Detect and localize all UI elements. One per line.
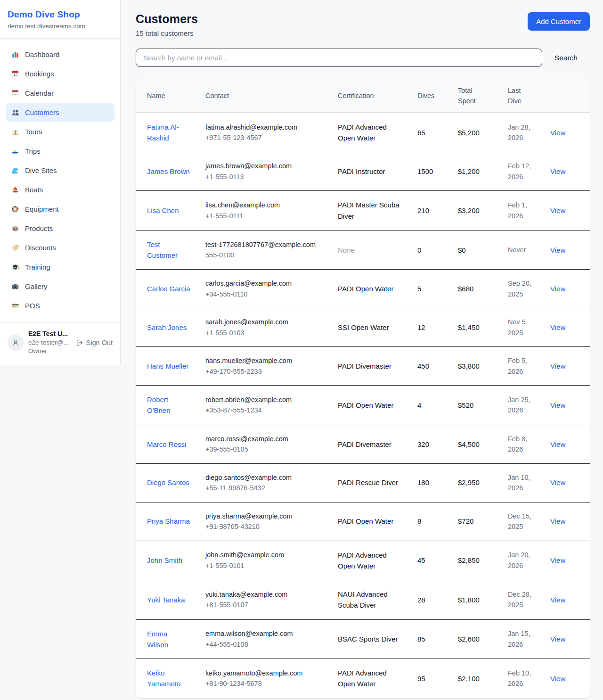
table-row: Lisa Chen lisa.chen@example.com +1-555-0… [136, 191, 590, 231]
customer-email: emma.wilson@example.com [205, 628, 323, 639]
table-row: Sarah Jones sarah.jones@example.com +1-5… [136, 308, 590, 347]
search-button[interactable]: Search [542, 54, 590, 62]
customer-last-dive: Jan 10, 2026 [508, 474, 530, 492]
table-row: John Smith john.smith@example.com +1-555… [136, 541, 590, 580]
view-customer-link[interactable]: View [550, 596, 565, 604]
search-input[interactable] [136, 49, 542, 67]
view-customer-link[interactable]: View [550, 246, 565, 254]
bar-chart-icon [11, 50, 19, 58]
sidebar-item-dashboard[interactable]: Dashboard [6, 45, 114, 64]
add-customer-button[interactable]: Add Customer [528, 12, 590, 31]
person-icon [11, 338, 20, 347]
customer-name-link[interactable]: Emma Wilson [147, 630, 168, 649]
sign-out-label: Sign Out [86, 339, 113, 346]
view-customer-link[interactable]: View [550, 440, 565, 448]
customer-total-spent: $1,800 [458, 596, 480, 604]
view-customer-link[interactable]: View [550, 635, 565, 643]
customer-name-link[interactable]: Sarah Jones [147, 323, 187, 331]
customer-certification: SSI Open Water [338, 323, 389, 331]
customer-total-spent: $2,850 [458, 556, 480, 564]
table-row: Yuki Tanaka yuki.tanaka@example.com +81-… [136, 580, 590, 620]
sidebar-item-calendar[interactable]: Calendar [6, 84, 114, 102]
sidebar-item-trips[interactable]: Trips [6, 142, 114, 160]
user-box: E2E Test U... e2e-tester@... Owner Sign … [0, 322, 120, 365]
customer-total-spent: $2,600 [458, 635, 480, 643]
view-customer-link[interactable]: View [550, 401, 565, 409]
customer-total-spent: $2,950 [458, 478, 480, 486]
sidebar-item-gallery[interactable]: Gallery [6, 277, 114, 296]
customer-total-spent: $4,500 [458, 440, 480, 448]
sidebar-item-label: Bookings [25, 70, 54, 78]
view-customer-link[interactable]: View [550, 167, 565, 175]
customer-name-link[interactable]: Keiko Yamamoto [147, 669, 180, 688]
sidebar-item-pos[interactable]: POS [6, 296, 114, 315]
customer-name-link[interactable]: John Smith [147, 556, 182, 564]
customer-name-link[interactable]: Robert O'Brien [147, 395, 171, 414]
logout-icon [76, 339, 83, 346]
customer-total-spent: $3,800 [458, 362, 480, 370]
sidebar-item-customers[interactable]: Customers [6, 103, 114, 122]
customer-name-link[interactable]: Diego Santos [147, 478, 189, 486]
sidebar-item-equipment[interactable]: Equipment [6, 200, 114, 218]
sidebar-item-products[interactable]: Products [6, 219, 114, 238]
customer-name-link[interactable]: Hans Mueller [147, 362, 188, 370]
sidebar-item-bookings[interactable]: 17 Bookings [6, 65, 114, 83]
calendar-17-icon: 17 [11, 70, 19, 78]
main-content: Customers 15 total customers Add Custome… [121, 0, 603, 700]
shop-name: Demo Dive Shop [8, 9, 113, 20]
customer-certification: PADI Open Water [338, 517, 393, 525]
customer-last-dive: Feb 1, 2026 [508, 201, 527, 219]
customer-name-link[interactable]: Marco Rossi [147, 440, 186, 448]
camera-icon [11, 282, 19, 290]
sidebar-item-dive-sites[interactable]: Dive Sites [6, 161, 114, 180]
sign-out-button[interactable]: Sign Out [76, 339, 113, 346]
customer-email: john.smith@example.com [205, 550, 323, 560]
sailboat-icon [11, 186, 19, 194]
table-row: Diego Santos diego.santos@example.com +5… [136, 463, 590, 502]
customer-name-link[interactable]: Fatima Al-Rashid [147, 123, 179, 142]
customer-last-dive: Sep 20, 2025 [508, 280, 531, 297]
customer-phone: +1-555-0101 [205, 560, 323, 571]
customer-email: test-1772681807767@example.com [205, 239, 323, 250]
view-customer-link[interactable]: View [550, 285, 565, 293]
customer-total-spent: $3,200 [458, 206, 480, 214]
customer-phone: +91-98765-43210 [205, 521, 323, 532]
wave-icon [11, 166, 19, 174]
view-customer-link[interactable]: View [550, 362, 565, 370]
customer-dives: 85 [417, 635, 425, 643]
view-customer-link[interactable]: View [550, 675, 565, 683]
customer-dives: 65 [417, 129, 425, 137]
sidebar-item-boats[interactable]: Boats [6, 181, 114, 199]
page-title: Customers [136, 12, 198, 26]
table-row: Hans Mueller hans.mueller@example.com +4… [136, 347, 590, 386]
column-header-contact: Contact [198, 79, 330, 113]
customer-name-link[interactable]: Lisa Chen [147, 206, 179, 214]
customer-last-dive: Jan 15, 2026 [508, 630, 530, 648]
sidebar-item-tours[interactable]: Tours [6, 123, 114, 141]
customers-table-card: Name Contact Certification Dives Total S… [136, 79, 590, 698]
customer-dives: 5 [417, 285, 421, 293]
customer-email: fatima.alrashid@example.com [205, 122, 323, 132]
customer-name-link[interactable]: Priya Sharma [147, 517, 190, 525]
view-customer-link[interactable]: View [550, 517, 565, 525]
view-customer-link[interactable]: View [550, 206, 565, 214]
sidebar-item-label: POS [25, 302, 40, 310]
sidebar-item-discounts[interactable]: Discounts [6, 239, 114, 257]
column-header-certification: Certification [330, 79, 410, 113]
sidebar-item-label: Equipment [25, 205, 59, 213]
customer-name-link[interactable]: Carlos Garcia [147, 285, 190, 293]
view-customer-link[interactable]: View [550, 478, 565, 486]
customer-email: priya.sharma@example.com [205, 511, 323, 521]
customer-name-link[interactable]: Test Customer [147, 240, 178, 259]
customer-certification: BSAC Sports Diver [338, 635, 398, 643]
view-customer-link[interactable]: View [550, 556, 565, 564]
sidebar-item-label: Dive Sites [25, 166, 57, 174]
customer-dives: 8 [417, 517, 421, 525]
customer-phone: +1-555-0111 [205, 211, 323, 221]
view-customer-link[interactable]: View [550, 129, 565, 137]
customer-name-link[interactable]: Yuki Tanaka [147, 596, 185, 604]
sidebar-item-label: Discounts [25, 244, 56, 252]
customer-name-link[interactable]: James Brown [147, 167, 190, 175]
sidebar-item-training[interactable]: Training [6, 258, 114, 276]
view-customer-link[interactable]: View [550, 323, 565, 331]
